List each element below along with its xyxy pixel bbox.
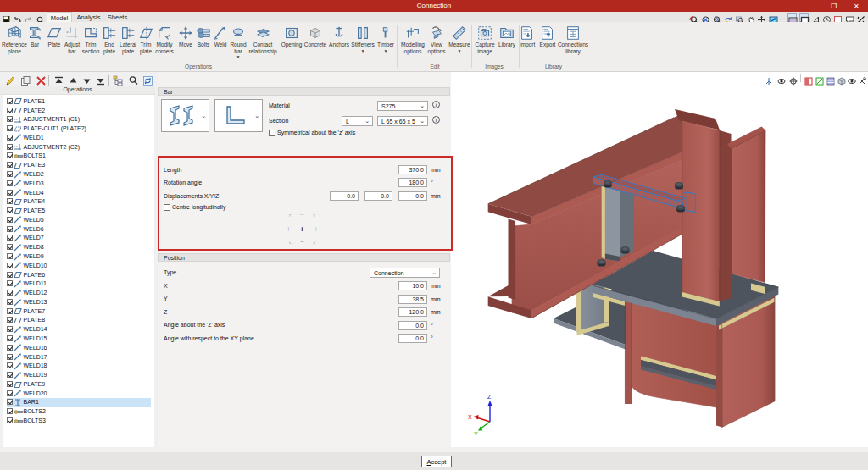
svg-text:X: X	[468, 414, 472, 420]
svg-text:Y: Y	[474, 431, 478, 437]
svg-text:Z: Z	[487, 394, 492, 400]
